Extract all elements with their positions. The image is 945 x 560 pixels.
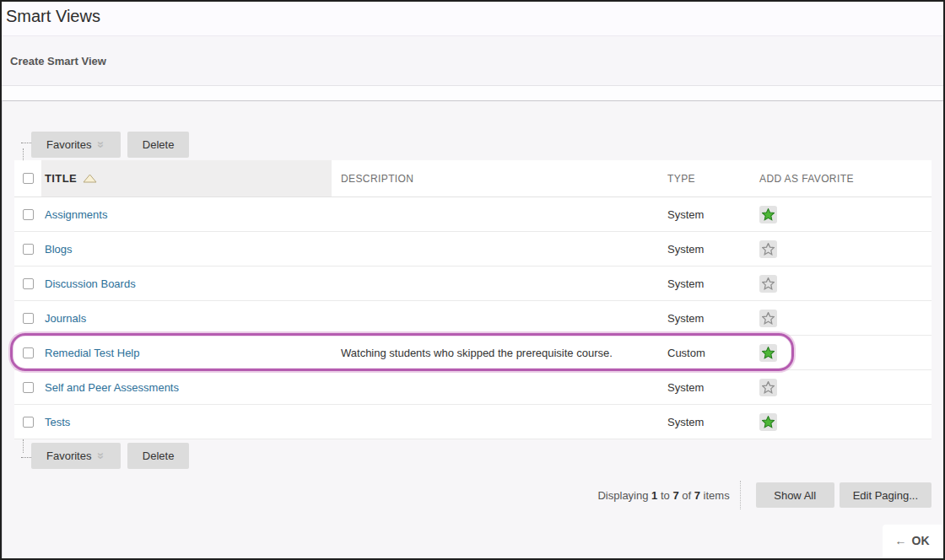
table-row: Journals System [14, 301, 932, 336]
star-outline-icon [762, 381, 775, 394]
row-checkbox[interactable] [23, 278, 34, 289]
row-checkbox-cell [14, 313, 41, 324]
list-panel: Favorites » Delete TITLE DESCRIPTI [2, 100, 943, 558]
smart-view-link[interactable]: Assignments [45, 208, 107, 221]
row-type: System [659, 208, 752, 221]
row-checkbox-cell [14, 209, 41, 220]
spacer-strip [2, 86, 943, 100]
back-arrow-icon: ← [895, 534, 907, 547]
favorites-button[interactable]: Favorites » [31, 132, 121, 158]
star-filled-icon [762, 416, 775, 428]
favorite-star-button[interactable] [759, 275, 777, 293]
favorite-star-button[interactable] [759, 310, 777, 327]
row-type: Custom [659, 347, 752, 359]
show-all-button[interactable]: Show All [756, 482, 834, 508]
list-actions-bottom: Favorites » Delete [31, 443, 189, 469]
sort-ascending-icon [83, 174, 97, 183]
delete-button-label: Delete [143, 138, 175, 151]
row-favorite-cell [752, 240, 932, 258]
star-outline-icon [762, 277, 775, 290]
delete-button[interactable]: Delete [127, 132, 190, 158]
smart-view-link[interactable]: Remedial Test Help [45, 347, 139, 359]
header-favorite-cell: ADD AS FAVORITE [752, 160, 932, 197]
smart-view-link[interactable]: Discussion Boards [45, 277, 136, 290]
list-actions-top: Favorites » Delete [31, 132, 189, 158]
row-favorite-cell [752, 413, 932, 431]
header-description-cell[interactable]: DESCRIPTION [332, 160, 659, 197]
row-checkbox-cell [14, 244, 41, 255]
header-title-cell[interactable]: TITLE [41, 160, 332, 197]
row-checkbox[interactable] [23, 417, 34, 428]
row-favorite-cell [752, 379, 932, 396]
smart-view-link[interactable]: Blogs [45, 243, 73, 256]
row-checkbox[interactable] [23, 209, 34, 220]
favorite-star-button[interactable] [759, 344, 777, 362]
row-checkbox-cell [14, 347, 41, 358]
smart-views-table: TITLE DESCRIPTION TYPE ADD AS FAVORITE [14, 160, 932, 439]
row-checkbox[interactable] [23, 347, 34, 358]
select-all-dotted-line [23, 439, 24, 453]
paging-prefix: Displaying [597, 489, 648, 502]
paging-to-word: to [661, 489, 670, 502]
action-bar: Create Smart View [2, 36, 943, 86]
row-title-cell: Blogs [41, 243, 332, 256]
create-smart-view-button[interactable]: Create Smart View [10, 55, 106, 67]
edit-paging-button[interactable]: Edit Paging... [840, 482, 932, 508]
row-checkbox-cell [14, 278, 41, 289]
row-type: System [659, 381, 752, 394]
chevron-down-icon: » [95, 141, 108, 148]
paging-of-word: of [682, 489, 691, 502]
header-type-cell[interactable]: TYPE [659, 160, 752, 197]
select-all-checkbox[interactable] [23, 173, 34, 184]
row-checkbox-cell [14, 382, 41, 393]
paging-from: 1 [651, 489, 657, 502]
row-checkbox[interactable] [23, 244, 34, 255]
table-body: Assignments System Blogs System [14, 197, 932, 439]
favorite-star-button[interactable] [759, 240, 777, 258]
row-type: System [659, 243, 752, 256]
header-description-label: DESCRIPTION [341, 173, 413, 185]
header-title-label: TITLE [45, 172, 77, 185]
favorites-button-label: Favorites [46, 450, 91, 462]
table-row: Discussion Boards System [14, 267, 932, 301]
smart-view-link[interactable]: Tests [45, 416, 70, 428]
row-checkbox[interactable] [23, 313, 34, 324]
header-type-label: TYPE [667, 173, 695, 185]
smart-view-link[interactable]: Journals [45, 312, 86, 325]
favorite-star-button[interactable] [759, 206, 777, 223]
row-description: Watching students who skipped the prereq… [332, 347, 659, 359]
delete-button[interactable]: Delete [127, 443, 190, 469]
smart-view-link[interactable]: Self and Peer Assessments [45, 381, 179, 394]
row-type: System [659, 416, 752, 428]
favorites-button-label: Favorites [46, 138, 91, 151]
favorites-button[interactable]: Favorites » [31, 443, 121, 469]
table-row: Remedial Test Help Watching students who… [14, 336, 932, 370]
paging-status: Displaying 1 to 7 of 7 items [597, 489, 729, 502]
paging-suffix: items [704, 489, 730, 502]
row-checkbox[interactable] [23, 382, 34, 393]
row-title-cell: Self and Peer Assessments [41, 381, 332, 394]
row-title-cell: Remedial Test Help [41, 347, 332, 359]
row-type: System [659, 277, 752, 290]
table-row: Tests System [14, 405, 932, 439]
ok-button[interactable]: ← OK [883, 525, 942, 557]
table-row: Assignments System [14, 197, 932, 232]
paging-divider [740, 481, 741, 509]
chevron-down-icon: » [95, 452, 108, 459]
star-filled-icon [762, 347, 775, 359]
table-row: Self and Peer Assessments System [14, 370, 932, 405]
table-header-row: TITLE DESCRIPTION TYPE ADD AS FAVORITE [14, 160, 932, 197]
row-favorite-cell [752, 275, 932, 293]
star-outline-icon [762, 243, 775, 256]
favorite-star-button[interactable] [759, 413, 777, 431]
title-bar: Smart Views [2, 2, 943, 36]
row-title-cell: Tests [41, 416, 332, 428]
row-type: System [659, 312, 752, 325]
row-favorite-cell [752, 344, 932, 362]
favorite-star-button[interactable] [759, 379, 777, 396]
delete-button-label: Delete [143, 450, 175, 462]
row-title-cell: Journals [41, 312, 332, 325]
table-row: Blogs System [14, 232, 932, 267]
row-favorite-cell [752, 206, 932, 223]
row-favorite-cell [752, 310, 932, 327]
